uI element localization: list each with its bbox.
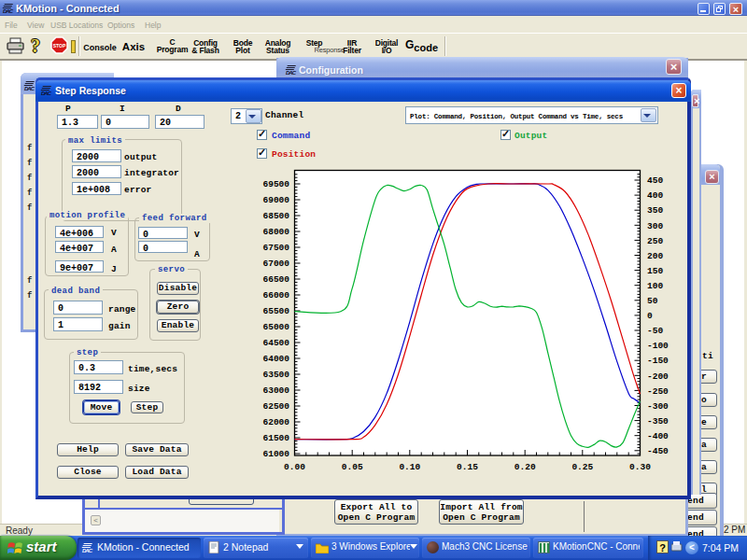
svg-text:64500: 64500 — [262, 338, 289, 348]
svg-text:0.10: 0.10 — [399, 462, 420, 472]
svg-text:68000: 68000 — [262, 227, 289, 237]
svg-text:69500: 69500 — [262, 179, 289, 189]
svg-text:63000: 63000 — [262, 385, 289, 396]
svg-text:300: 300 — [647, 221, 663, 231]
svg-text:200: 200 — [647, 251, 663, 261]
svg-text:-200: -200 — [647, 371, 669, 382]
svg-text:-150: -150 — [647, 356, 669, 366]
svg-text:67500: 67500 — [262, 243, 289, 253]
svg-text:-400: -400 — [647, 431, 669, 441]
svg-text:65000: 65000 — [262, 322, 289, 332]
svg-text:63500: 63500 — [262, 370, 289, 380]
svg-text:100: 100 — [647, 281, 663, 291]
svg-text:67000: 67000 — [262, 259, 289, 269]
svg-text:66000: 66000 — [262, 290, 289, 301]
svg-text:0.25: 0.25 — [571, 462, 593, 472]
svg-text:-350: -350 — [647, 416, 669, 427]
svg-text:-100: -100 — [647, 341, 669, 351]
svg-text:400: 400 — [647, 190, 663, 201]
svg-text:0.20: 0.20 — [514, 462, 536, 472]
svg-text:65500: 65500 — [262, 306, 289, 316]
svg-text:61000: 61000 — [262, 449, 289, 459]
svg-text:62500: 62500 — [262, 401, 289, 412]
svg-text:-50: -50 — [647, 326, 663, 336]
svg-text:62000: 62000 — [262, 417, 289, 427]
svg-text:450: 450 — [647, 175, 663, 186]
svg-text:150: 150 — [647, 266, 663, 276]
svg-text:50: 50 — [647, 296, 658, 306]
svg-text:66500: 66500 — [262, 274, 289, 285]
svg-text:64000: 64000 — [262, 354, 289, 364]
svg-text:0.00: 0.00 — [284, 462, 305, 472]
svg-text:-250: -250 — [647, 386, 669, 397]
svg-text:68500: 68500 — [262, 211, 289, 221]
svg-text:-300: -300 — [647, 401, 669, 412]
svg-text:250: 250 — [647, 236, 663, 246]
svg-text:0.15: 0.15 — [457, 462, 478, 472]
svg-text:61500: 61500 — [262, 433, 289, 443]
svg-text:69000: 69000 — [262, 195, 289, 205]
svg-text:350: 350 — [647, 205, 663, 216]
svg-text:0: 0 — [647, 311, 653, 321]
svg-text:0.05: 0.05 — [342, 462, 363, 472]
svg-text:0.30: 0.30 — [629, 462, 651, 472]
svg-text:-450: -450 — [647, 446, 669, 456]
